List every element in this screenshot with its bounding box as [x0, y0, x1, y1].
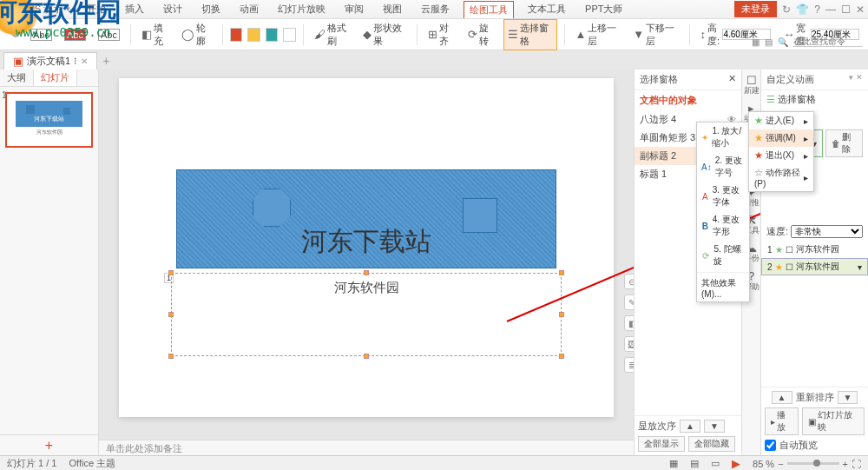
status-view-reading-icon[interactable]: ▭ [711, 458, 720, 469]
status-theme: Office 主题 [69, 457, 115, 470]
menu-design[interactable]: 设计 [158, 1, 187, 18]
document-tab[interactable]: ▣ 演示文稿1 ⁝ ✕ [3, 52, 97, 70]
login-button[interactable]: 未登录 [734, 1, 777, 17]
notes-placeholder[interactable]: 单击此处添加备注 [99, 440, 634, 455]
menu-transition[interactable]: 切换 [196, 1, 226, 18]
outline-tab-slides[interactable]: 幻灯片 [34, 70, 77, 86]
selection-pane-button[interactable]: ☰选择窗格 [503, 19, 557, 50]
menu-bar: 开始 插入 设计 切换 动画 幻灯片放映 审阅 视图 云服务 绘图工具 文本工具… [82, 1, 628, 18]
status-view-normal-icon[interactable]: ▦ [669, 458, 678, 469]
outline-tab-outline[interactable]: 大纲 [0, 70, 34, 86]
outline-button[interactable]: ◯轮廓 [178, 20, 215, 50]
swatch-white[interactable] [283, 28, 296, 42]
selection-pane-close-icon[interactable]: ✕ [728, 73, 736, 86]
rotate-button[interactable]: ⟳旋转 [464, 20, 498, 50]
menu-view[interactable]: 视图 [378, 1, 407, 18]
skin-icon[interactable]: 👕 [796, 3, 809, 16]
minimize-icon[interactable]: — [825, 3, 836, 16]
document-tab-label: 演示文稿1 [27, 55, 70, 68]
app-dropdown-icon[interactable]: ▼ [64, 5, 71, 13]
order-up-button[interactable]: ▲ [680, 420, 700, 433]
slide-subtitle-text[interactable]: 河东软件园 [119, 280, 614, 296]
zoom-out-icon[interactable]: − [778, 459, 783, 469]
submenu-fontface[interactable]: A3. 更改字体 [697, 182, 749, 211]
submenu-fontstyle[interactable]: B4. 更改字形 [697, 211, 749, 241]
submenu-more-effects[interactable]: 其他效果(M)... [697, 275, 749, 301]
tab-menu-icon[interactable]: ⁝ [74, 56, 77, 67]
send-backward-button[interactable]: ▼下移一层 [629, 20, 682, 50]
anim-list-item-1[interactable]: 1★☐河东软件园 [761, 241, 868, 258]
dd-emphasis[interactable]: ★ 强调(M)▸ [749, 129, 813, 147]
app-logo [3, 3, 16, 16]
view-icon-2[interactable]: ▤ [765, 37, 773, 47]
reorder-label: 重新排序 [796, 391, 834, 404]
swatch-yellow[interactable] [247, 28, 260, 42]
menu-drawing-tools[interactable]: 绘图工具 [464, 1, 514, 18]
selection-pane-section: 文档中的对象 [635, 90, 741, 110]
zoom-slider[interactable] [787, 462, 839, 465]
new-tab-button[interactable]: + [97, 52, 115, 70]
shape-edit-button[interactable]: ✎ [5, 26, 22, 43]
speed-select[interactable]: 非常快 [791, 225, 863, 238]
octagon-shape[interactable] [253, 189, 291, 227]
help-icon[interactable]: ? [814, 3, 820, 16]
fit-window-icon[interactable]: ⛶ [852, 459, 861, 469]
anim-slideshow-button[interactable]: ▣ 幻灯片放映 [802, 407, 865, 435]
format-brush-button[interactable]: 🖌格式刷 [311, 20, 355, 50]
menu-ppt-master[interactable]: PPT大师 [580, 1, 628, 18]
menu-start[interactable]: 开始 [82, 1, 111, 18]
dd-exit[interactable]: ★ 退出(X)▸ [749, 147, 813, 164]
menu-review[interactable]: 审阅 [339, 1, 369, 18]
remove-effect-button[interactable]: 🗑 删除 [825, 129, 863, 157]
menu-insert[interactable]: 插入 [120, 1, 149, 18]
shape-effects-button[interactable]: ◆形状效果 [359, 20, 410, 50]
submenu-spin[interactable]: ⟳5. 陀螺旋 [697, 241, 749, 270]
command-search-input[interactable] [793, 36, 863, 47]
order-down-button[interactable]: ▼ [704, 420, 725, 433]
reorder-up-button[interactable]: ▲ [772, 391, 792, 404]
status-bar: 幻灯片 1 / 1 Office 主题 ▦ ▤ ▭ ▶ 85 % − + ⛶ [0, 455, 868, 470]
close-icon[interactable]: ✕ [856, 3, 865, 16]
hide-all-button[interactable]: 全部隐藏 [688, 436, 735, 452]
reorder-down-button[interactable]: ▼ [838, 391, 858, 404]
dd-motion-path[interactable]: ☆ 动作路径(P)▸ [749, 164, 813, 191]
text-alt2-button[interactable]: Abc [95, 27, 123, 43]
anim-list-item-2[interactable]: 2★☐河东软件园▾ [761, 258, 868, 275]
menu-animation[interactable]: 动画 [234, 1, 264, 18]
menu-cloud[interactable]: 云服务 [416, 1, 455, 18]
text-alt-button[interactable]: Abc [61, 27, 89, 43]
swatch-teal[interactable] [266, 28, 279, 42]
ribbon: ✎ Abc Abc Abc ◧填充 ◯轮廓 🖌格式刷 ◆形状效果 ⊞对齐 ⟳旋转… [0, 19, 868, 50]
sync-icon[interactable]: ↻ [782, 3, 791, 16]
zoom-in-icon[interactable]: + [843, 459, 848, 469]
selection-pane-title: 选择窗格 [640, 73, 678, 86]
slide-title-text[interactable]: 河东下载站 [119, 224, 614, 260]
text-button[interactable]: Abc [27, 27, 56, 43]
selpane-order-label: 显放次序 [638, 420, 676, 433]
align-button[interactable]: ⊞对齐 [424, 20, 458, 50]
fill-button[interactable]: ◧填充 [138, 20, 173, 50]
show-all-button[interactable]: 全部显示 [638, 436, 685, 452]
app-name: WPS 演示 [19, 3, 62, 16]
animpane-selpane-link[interactable]: ☰选择窗格 [761, 90, 868, 109]
tab-close-icon[interactable]: ✕ [81, 56, 88, 66]
anim-play-button[interactable]: ▸ 播放 [765, 407, 799, 435]
maximize-icon[interactable]: ☐ [841, 3, 851, 16]
bring-forward-button[interactable]: ▲上移一层 [572, 20, 625, 50]
status-slideshow-icon[interactable]: ▶ [732, 457, 740, 470]
menu-text-tools[interactable]: 文本工具 [523, 1, 571, 18]
status-view-sorter-icon[interactable]: ▤ [690, 458, 699, 469]
slide-canvas[interactable]: 河东下载站 1 河东软件园 ⊖ ✎ ◧ 🖼 ≣ [119, 78, 614, 417]
slide-thumbnail[interactable]: 河东下载站 河东软件园 [5, 92, 93, 148]
menu-slideshow[interactable]: 幻灯片放映 [273, 1, 331, 18]
search-icon[interactable]: 🔍 [778, 37, 788, 47]
add-slide-button[interactable]: + [0, 434, 98, 455]
view-icon-1[interactable]: ▦ [752, 37, 760, 47]
swatch-red[interactable] [230, 28, 243, 42]
submenu-fontsize[interactable]: A↕2. 更改字号 [697, 152, 749, 182]
dd-entrance[interactable]: ★ 进入(E)▸ [749, 112, 813, 129]
autopreview-checkbox[interactable] [765, 440, 776, 451]
submenu-zoom[interactable]: ✦1. 放大/缩小 [697, 122, 749, 152]
autopreview-label: 自动预览 [779, 439, 818, 452]
vtb-new[interactable]: ☐新建 [744, 75, 760, 96]
